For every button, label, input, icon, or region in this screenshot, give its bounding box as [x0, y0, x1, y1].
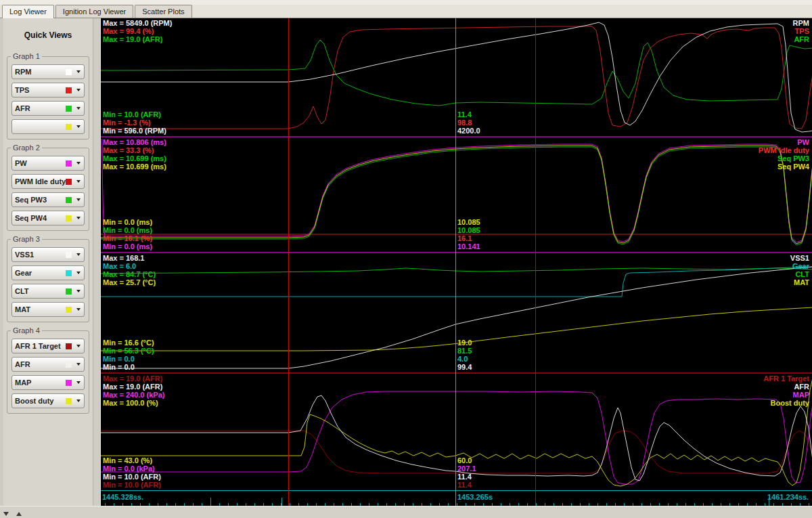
channel-select-gear[interactable]: Gear [12, 265, 85, 280]
cursor-value: 4200.0 [457, 127, 480, 135]
channel-select-seq-pw4[interactable]: Seq PW4 [12, 211, 85, 225]
channel-select-afr[interactable]: AFR [12, 357, 85, 372]
min-label: Min = 10.0 (AFR) [103, 473, 161, 481]
color-swatch[interactable] [66, 106, 72, 112]
cursor-value: 207.1 [457, 465, 476, 473]
tab-log-viewer[interactable]: Log Viewer [2, 5, 54, 18]
channel-label: AFR [15, 360, 66, 368]
cursor-value: 11.4 [457, 473, 476, 481]
color-swatch[interactable] [66, 87, 72, 93]
max-label: Max = 100.0 (%) [103, 399, 164, 407]
channel-select-map[interactable]: MAP [12, 375, 85, 390]
color-swatch[interactable] [66, 252, 72, 258]
chevron-down-icon [76, 89, 81, 91]
red-cursor-left[interactable] [288, 18, 289, 506]
quick-views-groups: Graph 1RPMTPSAFRGraph 2PWPWM Idle dutySe… [3, 56, 93, 414]
graph-panel-1[interactable]: Max = 5849.0 (RPM)Max = 99.4 (%)Max = 19… [101, 18, 812, 136]
color-swatch[interactable] [66, 398, 72, 404]
time-label: 1453.265s [457, 493, 493, 501]
max-label: Max = 25.7 (°C) [103, 278, 156, 286]
legend-item: RPM [793, 19, 809, 27]
group-graph-3: Graph 3VSS1GearCLTMAT [7, 239, 89, 322]
trace-map [101, 391, 812, 484]
chevron-down-icon [76, 162, 81, 165]
scroll-up-icon[interactable] [16, 512, 22, 516]
time-cursor[interactable] [455, 18, 456, 506]
color-swatch[interactable] [66, 362, 72, 368]
channel-label: RPM [15, 68, 66, 76]
graph-panel-2[interactable]: Max = 10.806 (ms)Max = 33.3 (%)Max = 10.… [101, 137, 812, 252]
channel-select-mat[interactable]: MAT [12, 302, 85, 317]
channel-label: Seq PW3 [15, 196, 66, 204]
color-swatch[interactable] [66, 160, 72, 167]
legend-item: Seq PW3 [759, 154, 809, 163]
max-label: Max = 33.3 (%) [103, 146, 166, 154]
channel-select-boost-duty[interactable]: Boost duty [12, 393, 85, 408]
max-label: Max = 19.0 (AFR) [103, 383, 164, 391]
min-label: Min = -1.3 (%) [103, 118, 166, 127]
channel-select-pwm-idle-duty[interactable]: PWM Idle duty [12, 174, 85, 189]
scroll-down-icon[interactable] [3, 512, 9, 516]
bottom-bar [0, 506, 812, 518]
channel-select-afr-1-target[interactable]: AFR 1 Target [12, 339, 85, 353]
legend: AFR 1 TargetAFRMAPBoost duty [763, 374, 809, 407]
color-swatch[interactable] [66, 270, 72, 276]
cursor-value: 16.1 [457, 234, 480, 242]
color-swatch[interactable] [66, 215, 72, 221]
chevron-down-icon [76, 180, 81, 183]
color-swatch[interactable] [66, 197, 72, 203]
red-cursor-right[interactable] [535, 18, 536, 506]
trace-canvas-3 [101, 253, 812, 372]
color-swatch[interactable] [66, 380, 72, 386]
min-label: Min = 43.0 (%) [103, 456, 161, 465]
cursor-value: 10.141 [457, 242, 480, 251]
channel-select-pw[interactable]: PW [12, 156, 85, 171]
tab-bar: Log ViewerIgnition Log ViewerScatter Plo… [0, 5, 812, 18]
cursor-value: 11.4 [457, 110, 480, 118]
legend-item: PWM Idle duty [759, 146, 809, 154]
cursor-value: 11.4 [457, 481, 476, 489]
cursor-values: 19.081.54.099.4 [457, 339, 472, 371]
min-labels: Min = 0.0 (ms)Min = 0.0 (ms)Min = 16.1 (… [103, 218, 152, 251]
color-swatch[interactable] [66, 124, 72, 130]
legend: PWPWM Idle dutySeq PW3Seq PW4 [759, 138, 809, 171]
channel-select-tps[interactable]: TPS [12, 83, 85, 98]
graph-panel-4[interactable]: Max = 19.0 (AFR)Max = 19.0 (AFR)Max = 24… [101, 374, 812, 490]
color-swatch[interactable] [66, 179, 72, 185]
trace-tps [101, 26, 812, 129]
channel-label: PWM Idle duty [15, 177, 66, 186]
max-label: Max = 10.699 (ms) [103, 163, 166, 171]
trace-canvas-2 [101, 137, 812, 252]
channel-select-vss1[interactable]: VSS1 [12, 247, 85, 262]
channel-label: MAT [15, 305, 66, 314]
color-swatch[interactable] [66, 307, 72, 313]
chevron-down-icon [76, 198, 81, 201]
chevron-down-icon [76, 107, 81, 110]
max-label: Max = 168.1 [103, 254, 156, 262]
color-swatch[interactable] [66, 288, 72, 295]
chevron-down-icon [76, 125, 81, 128]
chevron-down-icon [76, 290, 81, 293]
trace-mat [101, 307, 812, 351]
graph-panel-3[interactable]: Max = 168.1Max = 6.0Max = 84.7 (°C)Max =… [101, 253, 812, 372]
legend-item: Seq PW4 [759, 163, 809, 171]
channel-select-afr[interactable]: AFR [12, 101, 85, 116]
time-label: 1445.328ss. [102, 493, 143, 501]
max-label: Max = 6.0 [103, 262, 156, 270]
channel-select-seq-pw3[interactable]: Seq PW3 [12, 192, 85, 207]
channel-select-empty[interactable] [12, 119, 85, 134]
cursor-value: 81.5 [457, 347, 472, 355]
min-label: Min = 0.0 (kPa) [103, 465, 161, 473]
channel-label: TPS [15, 86, 66, 94]
channel-select-clt[interactable]: CLT [12, 284, 85, 299]
legend-item: Boost duty [763, 399, 809, 407]
min-label: Min = 16.1 (%) [103, 234, 152, 242]
tab-scatter-plots[interactable]: Scatter Plots [135, 5, 191, 18]
tab-ignition-log-viewer[interactable]: Ignition Log Viewer [55, 5, 133, 18]
trace-seq-pw3 [101, 147, 812, 245]
color-swatch[interactable] [66, 69, 72, 75]
channel-select-rpm[interactable]: RPM [12, 64, 85, 79]
channel-label: Gear [15, 269, 66, 277]
color-swatch[interactable] [66, 343, 72, 349]
max-labels: Max = 19.0 (AFR)Max = 19.0 (AFR)Max = 24… [103, 374, 164, 407]
